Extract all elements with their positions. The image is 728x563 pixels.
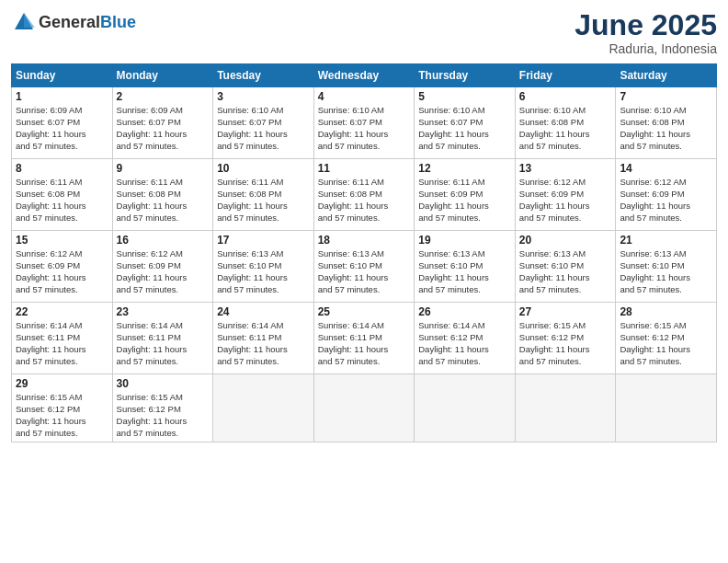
day-info: Sunrise: 6:14 AMSunset: 6:11 PMDaylight:… xyxy=(318,320,411,367)
table-row xyxy=(616,374,717,442)
day-info: Sunrise: 6:14 AMSunset: 6:11 PMDaylight:… xyxy=(217,320,310,367)
day-number: 29 xyxy=(16,377,108,390)
table-row: 2Sunrise: 6:09 AMSunset: 6:07 PMDaylight… xyxy=(112,87,213,159)
title-area: June 2025 Raduria, Indonesia xyxy=(574,9,717,56)
table-row: 18Sunrise: 6:13 AMSunset: 6:10 PMDayligh… xyxy=(313,231,415,303)
logo: GeneralBlue xyxy=(11,9,136,35)
table-row xyxy=(515,374,616,442)
day-info: Sunrise: 6:11 AMSunset: 6:09 PMDaylight:… xyxy=(418,177,511,224)
table-row: 9Sunrise: 6:11 AMSunset: 6:08 PMDaylight… xyxy=(112,159,213,231)
day-number: 18 xyxy=(318,234,411,247)
table-row: 29Sunrise: 6:15 AMSunset: 6:12 PMDayligh… xyxy=(12,374,113,442)
day-number: 4 xyxy=(318,90,411,103)
day-info: Sunrise: 6:10 AMSunset: 6:07 PMDaylight:… xyxy=(418,105,511,152)
day-number: 19 xyxy=(418,234,511,247)
day-number: 27 xyxy=(519,305,612,318)
table-row: 30Sunrise: 6:15 AMSunset: 6:12 PMDayligh… xyxy=(112,374,213,442)
day-info: Sunrise: 6:12 AMSunset: 6:09 PMDaylight:… xyxy=(519,177,612,224)
table-row: 21Sunrise: 6:13 AMSunset: 6:10 PMDayligh… xyxy=(616,231,717,303)
day-info: Sunrise: 6:14 AMSunset: 6:11 PMDaylight:… xyxy=(16,320,108,367)
table-row xyxy=(213,374,314,442)
table-row: 25Sunrise: 6:14 AMSunset: 6:11 PMDayligh… xyxy=(313,303,415,374)
day-info: Sunrise: 6:15 AMSunset: 6:12 PMDaylight:… xyxy=(117,392,210,439)
svg-marker-1 xyxy=(24,13,35,28)
day-info: Sunrise: 6:09 AMSunset: 6:07 PMDaylight:… xyxy=(16,105,108,152)
table-row: 28Sunrise: 6:15 AMSunset: 6:12 PMDayligh… xyxy=(616,303,717,374)
day-number: 13 xyxy=(519,162,612,175)
day-number: 21 xyxy=(620,234,712,247)
table-row: 11Sunrise: 6:11 AMSunset: 6:08 PMDayligh… xyxy=(313,159,415,231)
logo-icon xyxy=(11,9,37,35)
day-info: Sunrise: 6:11 AMSunset: 6:08 PMDaylight:… xyxy=(318,177,411,224)
day-number: 15 xyxy=(16,234,108,247)
day-number: 11 xyxy=(318,162,411,175)
col-thursday: Thursday xyxy=(415,64,516,87)
table-row: 14Sunrise: 6:12 AMSunset: 6:09 PMDayligh… xyxy=(616,159,717,231)
day-info: Sunrise: 6:14 AMSunset: 6:11 PMDaylight:… xyxy=(117,320,210,367)
header: GeneralBlue June 2025 Raduria, Indonesia xyxy=(11,9,717,56)
calendar-week-row: 15Sunrise: 6:12 AMSunset: 6:09 PMDayligh… xyxy=(12,231,717,303)
table-row: 12Sunrise: 6:11 AMSunset: 6:09 PMDayligh… xyxy=(415,159,516,231)
table-row: 24Sunrise: 6:14 AMSunset: 6:11 PMDayligh… xyxy=(213,303,314,374)
day-number: 30 xyxy=(117,377,210,390)
calendar-week-row: 22Sunrise: 6:14 AMSunset: 6:11 PMDayligh… xyxy=(12,303,717,374)
day-number: 7 xyxy=(620,90,712,103)
day-number: 17 xyxy=(217,234,310,247)
day-number: 25 xyxy=(318,305,411,318)
table-row: 15Sunrise: 6:12 AMSunset: 6:09 PMDayligh… xyxy=(12,231,113,303)
col-monday: Monday xyxy=(112,64,213,87)
day-number: 22 xyxy=(16,305,108,318)
day-info: Sunrise: 6:10 AMSunset: 6:07 PMDaylight:… xyxy=(217,105,310,152)
table-row: 10Sunrise: 6:11 AMSunset: 6:08 PMDayligh… xyxy=(213,159,314,231)
day-number: 12 xyxy=(418,162,511,175)
table-row: 16Sunrise: 6:12 AMSunset: 6:09 PMDayligh… xyxy=(112,231,213,303)
calendar-table: Sunday Monday Tuesday Wednesday Thursday… xyxy=(11,63,717,442)
day-number: 20 xyxy=(519,234,612,247)
day-info: Sunrise: 6:12 AMSunset: 6:09 PMDaylight:… xyxy=(620,177,712,224)
table-row xyxy=(313,374,415,442)
logo-general-text: General xyxy=(39,13,100,31)
day-number: 5 xyxy=(418,90,511,103)
day-info: Sunrise: 6:10 AMSunset: 6:08 PMDaylight:… xyxy=(620,105,712,152)
day-info: Sunrise: 6:12 AMSunset: 6:09 PMDaylight:… xyxy=(117,248,210,295)
day-info: Sunrise: 6:13 AMSunset: 6:10 PMDaylight:… xyxy=(519,248,612,295)
page-container: GeneralBlue June 2025 Raduria, Indonesia… xyxy=(0,0,728,563)
day-info: Sunrise: 6:11 AMSunset: 6:08 PMDaylight:… xyxy=(217,177,310,224)
day-info: Sunrise: 6:10 AMSunset: 6:07 PMDaylight:… xyxy=(318,105,411,152)
col-wednesday: Wednesday xyxy=(313,64,415,87)
day-number: 26 xyxy=(418,305,511,318)
calendar-week-row: 1Sunrise: 6:09 AMSunset: 6:07 PMDaylight… xyxy=(12,87,717,159)
day-number: 1 xyxy=(16,90,108,103)
table-row: 8Sunrise: 6:11 AMSunset: 6:08 PMDaylight… xyxy=(12,159,113,231)
day-number: 2 xyxy=(117,90,210,103)
table-row: 1Sunrise: 6:09 AMSunset: 6:07 PMDaylight… xyxy=(12,87,113,159)
table-row: 7Sunrise: 6:10 AMSunset: 6:08 PMDaylight… xyxy=(616,87,717,159)
table-row: 23Sunrise: 6:14 AMSunset: 6:11 PMDayligh… xyxy=(112,303,213,374)
day-info: Sunrise: 6:13 AMSunset: 6:10 PMDaylight:… xyxy=(217,248,310,295)
table-row: 6Sunrise: 6:10 AMSunset: 6:08 PMDaylight… xyxy=(515,87,616,159)
table-row: 19Sunrise: 6:13 AMSunset: 6:10 PMDayligh… xyxy=(415,231,516,303)
day-number: 10 xyxy=(217,162,310,175)
day-info: Sunrise: 6:13 AMSunset: 6:10 PMDaylight:… xyxy=(318,248,411,295)
col-sunday: Sunday xyxy=(12,64,113,87)
col-saturday: Saturday xyxy=(616,64,717,87)
day-info: Sunrise: 6:15 AMSunset: 6:12 PMDaylight:… xyxy=(519,320,612,367)
calendar-header-row: Sunday Monday Tuesday Wednesday Thursday… xyxy=(12,64,717,87)
table-row xyxy=(415,374,516,442)
month-title: June 2025 xyxy=(574,9,717,41)
day-number: 6 xyxy=(519,90,612,103)
day-number: 28 xyxy=(620,305,712,318)
subtitle: Raduria, Indonesia xyxy=(574,41,717,56)
calendar-week-row: 8Sunrise: 6:11 AMSunset: 6:08 PMDaylight… xyxy=(12,159,717,231)
day-info: Sunrise: 6:15 AMSunset: 6:12 PMDaylight:… xyxy=(620,320,712,367)
day-number: 8 xyxy=(16,162,108,175)
table-row: 27Sunrise: 6:15 AMSunset: 6:12 PMDayligh… xyxy=(515,303,616,374)
day-number: 9 xyxy=(117,162,210,175)
col-tuesday: Tuesday xyxy=(213,64,314,87)
col-friday: Friday xyxy=(515,64,616,87)
table-row: 3Sunrise: 6:10 AMSunset: 6:07 PMDaylight… xyxy=(213,87,314,159)
table-row: 26Sunrise: 6:14 AMSunset: 6:12 PMDayligh… xyxy=(415,303,516,374)
day-info: Sunrise: 6:13 AMSunset: 6:10 PMDaylight:… xyxy=(620,248,712,295)
day-info: Sunrise: 6:11 AMSunset: 6:08 PMDaylight:… xyxy=(16,177,108,224)
day-info: Sunrise: 6:13 AMSunset: 6:10 PMDaylight:… xyxy=(418,248,511,295)
